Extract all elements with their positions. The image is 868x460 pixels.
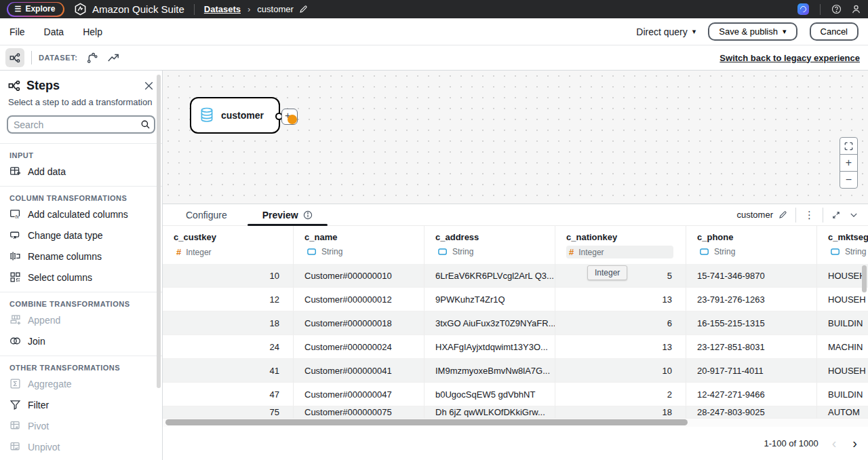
cell: 23-127-851-8031 bbox=[686, 335, 817, 359]
filter-funnel-icon bbox=[9, 399, 21, 410]
cell: BUILDIN bbox=[817, 383, 868, 406]
cell: 13 bbox=[555, 288, 686, 311]
pagination-next-icon[interactable]: › bbox=[850, 436, 860, 451]
cell: IM9mzmyoxeBmvNw8lA7G... bbox=[425, 359, 555, 383]
breadcrumb-datasets-link[interactable]: Datasets bbox=[204, 4, 241, 14]
menu-data[interactable]: Data bbox=[44, 26, 64, 37]
column-header-c-nationkey[interactable]: c_nationkey #Integer Integer bbox=[555, 226, 686, 264]
cell: 12-427-271-9466 bbox=[686, 383, 817, 406]
cell: 18 bbox=[163, 311, 294, 335]
column-header-c-mktsegment[interactable]: c_mktsegm String bbox=[817, 226, 868, 264]
cell: 28-247-803-9025 bbox=[686, 406, 817, 419]
edit-table-name-pencil-icon[interactable] bbox=[778, 210, 787, 219]
sidebar-item-label: Append bbox=[28, 315, 60, 326]
flow-view-toggle-button[interactable] bbox=[5, 48, 24, 67]
sidebar-scrollbar[interactable] bbox=[157, 75, 161, 388]
sidebar-item-add-calculated-columns[interactable]: fx Add calculated columns bbox=[0, 204, 162, 225]
sidebar-item-rename-columns[interactable]: Rename columns bbox=[0, 246, 162, 267]
zoom-in-button[interactable]: + bbox=[840, 154, 858, 172]
cell: Customer#000000012 bbox=[294, 288, 425, 311]
panel-tab-bar: Configure Preview customer bbox=[163, 204, 868, 226]
sidebar-item-label: Rename columns bbox=[28, 251, 102, 262]
column-header-c-name[interactable]: c_name String bbox=[294, 226, 425, 264]
quick-suite-hexagon-icon bbox=[74, 3, 87, 16]
top-navigation-bar: ☰ Explore Amazon Quick Suite Datasets › … bbox=[0, 0, 868, 18]
cell: 10 bbox=[163, 264, 294, 288]
cancel-button[interactable]: Cancel bbox=[810, 22, 859, 41]
sidebar-item-label: Join bbox=[28, 336, 45, 347]
info-icon bbox=[303, 210, 313, 220]
sidebar-item-label: Select columns bbox=[28, 272, 92, 283]
cell: b0UgocSqEW5 gdVbhNT bbox=[425, 383, 555, 406]
select-columns-icon bbox=[9, 271, 21, 283]
cell: MACHIN bbox=[817, 335, 868, 359]
sidebar-item-filter[interactable]: Filter bbox=[0, 394, 162, 415]
breadcrumb-current: customer bbox=[257, 4, 307, 14]
sidebar-item-select-columns[interactable]: Select columns bbox=[0, 267, 162, 288]
help-icon[interactable] bbox=[831, 4, 842, 14]
fit-view-button[interactable] bbox=[840, 137, 858, 155]
table-vertical-scrollbar[interactable] bbox=[862, 265, 867, 292]
column-header-c-phone[interactable]: c_phone String bbox=[686, 226, 817, 264]
cell: 3txGO AiuFux3zT0Z9NYaFR... bbox=[425, 311, 555, 335]
pivot-icon bbox=[9, 420, 21, 432]
table-horizontal-scrollbar[interactable] bbox=[165, 419, 688, 425]
change-type-icon bbox=[9, 229, 21, 241]
switch-legacy-link[interactable]: Switch back to legacy experience bbox=[719, 53, 860, 63]
sidebar-item-join[interactable]: Join bbox=[0, 330, 162, 351]
save-publish-button[interactable]: Save & publish ▾ bbox=[708, 22, 797, 41]
quick-suite-app-icon[interactable] bbox=[797, 3, 809, 15]
customer-node[interactable]: customer bbox=[190, 97, 280, 134]
edit-name-pencil-icon[interactable] bbox=[299, 5, 308, 14]
menu-file[interactable]: File bbox=[9, 26, 25, 37]
steps-search-box[interactable] bbox=[7, 115, 155, 134]
sidebar-item-add-data[interactable]: Add data bbox=[0, 161, 162, 182]
tab-configure[interactable]: Configure bbox=[168, 204, 245, 225]
topbar-divider bbox=[194, 4, 195, 15]
chevron-down-icon: ▾ bbox=[783, 27, 787, 36]
string-type-icon bbox=[700, 248, 709, 255]
schema-branch-icon[interactable] bbox=[86, 52, 98, 64]
collapse-panel-chevron-icon[interactable] bbox=[849, 210, 859, 220]
cell: Customer#000000075 bbox=[294, 406, 425, 419]
expand-panel-icon[interactable] bbox=[831, 210, 841, 220]
cell: 6LrEaV6KR6PLVcgl2ArL Q3... bbox=[425, 264, 555, 288]
sidebar-item-label: Add calculated columns bbox=[28, 209, 128, 220]
cell: BUILDIN bbox=[817, 311, 868, 335]
add-step-button[interactable]: + bbox=[281, 109, 298, 125]
aggregate-sigma-icon bbox=[9, 378, 21, 389]
close-icon[interactable] bbox=[144, 81, 154, 91]
append-icon bbox=[9, 314, 21, 326]
zoom-out-button[interactable]: − bbox=[840, 171, 858, 189]
section-label-input: INPUT bbox=[0, 144, 162, 161]
direct-query-dropdown[interactable]: Direct query ▾ bbox=[636, 26, 696, 37]
table-row: 24 Customer#000000024 HXAFgIAyjxtdqwimt1… bbox=[163, 335, 868, 359]
pagination-bar: 1-100 of 1000 ‹ › bbox=[163, 427, 868, 460]
unpivot-icon bbox=[9, 441, 21, 453]
string-type-icon bbox=[438, 248, 448, 255]
toolbar-divider bbox=[31, 51, 32, 64]
column-header-c-address[interactable]: c_address String bbox=[425, 226, 555, 264]
breadcrumb-separator-icon: › bbox=[248, 4, 250, 14]
column-header-c-custkey[interactable]: c_custkey #Integer bbox=[163, 226, 294, 264]
dataset-toolbar: DATASET: Switch back to legacy experienc… bbox=[0, 45, 868, 71]
chevron-down-icon: ▾ bbox=[692, 27, 696, 36]
flow-canvas[interactable]: customer + + − bbox=[163, 71, 868, 204]
cell: 47 bbox=[163, 383, 294, 406]
sidebar-item-change-data-type[interactable]: Change data type bbox=[0, 225, 162, 246]
search-input[interactable] bbox=[14, 119, 136, 130]
explore-button[interactable]: ☰ Explore bbox=[7, 2, 64, 17]
menu-help[interactable]: Help bbox=[83, 26, 102, 37]
user-profile-icon[interactable] bbox=[851, 4, 861, 14]
app-window: ☰ Explore Amazon Quick Suite Datasets › … bbox=[0, 0, 868, 460]
cell: 2 bbox=[555, 383, 686, 406]
trend-arrow-icon[interactable] bbox=[107, 52, 119, 64]
cell: 16-155-215-1315 bbox=[686, 311, 817, 335]
menu-bar: File Data Help Direct query ▾ Save & pub… bbox=[0, 18, 868, 45]
cell: 41 bbox=[163, 359, 294, 383]
steps-sidebar: Steps Select a step to add a transformat… bbox=[0, 71, 163, 460]
table-header-row: c_custkey #Integer c_name String c_addre… bbox=[163, 226, 868, 264]
tab-preview[interactable]: Preview bbox=[245, 204, 330, 225]
more-options-kebab-icon[interactable]: ⋮ bbox=[804, 209, 814, 221]
sidebar-item-label: Filter bbox=[28, 400, 49, 410]
